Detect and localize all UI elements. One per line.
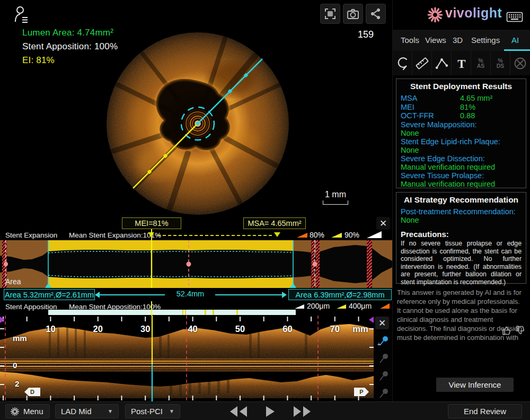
msa-marker-box[interactable]: MSA= 4.65mm² bbox=[243, 217, 306, 229]
expansion-legend-90-label: 90% bbox=[344, 231, 359, 239]
diameter-stenosis-tool[interactable]: %DS bbox=[491, 51, 510, 75]
finding-label: Stent Edge Lipid-rich Plaque: bbox=[401, 137, 522, 146]
view-inference-button[interactable]: View Inference bbox=[436, 378, 514, 392]
bookmark-strip: ✕ + bbox=[374, 316, 392, 401]
expansion-strip-graph[interactable] bbox=[0, 240, 392, 288]
area-stenosis-tool[interactable]: %AS bbox=[471, 51, 491, 75]
distal-reference-measure: Area 5.32mm²,Ø=2.61mm bbox=[4, 289, 95, 300]
camera-icon bbox=[346, 7, 360, 21]
fast-forward-button[interactable] bbox=[290, 405, 314, 418]
svg-text:T: T bbox=[457, 57, 465, 70]
apposition-legend-200-icon bbox=[295, 304, 304, 309]
expansion-legend-90-icon bbox=[331, 233, 342, 238]
finding-value: None bbox=[401, 146, 522, 154]
ai-strategy-box: AI Strategy Recommendation Post-treatmen… bbox=[396, 192, 526, 284]
finding-value: None bbox=[401, 129, 522, 137]
msa-pointer-icon bbox=[274, 232, 280, 237]
tab-tools[interactable]: Tools bbox=[401, 36, 419, 45]
tab-ai[interactable]: AI bbox=[511, 36, 519, 45]
apposition-mark bbox=[182, 310, 183, 315]
fit-screen-button[interactable] bbox=[320, 4, 340, 24]
end-review-button[interactable]: End Review bbox=[448, 404, 522, 418]
angle-icon bbox=[435, 56, 449, 71]
clear-icon bbox=[513, 56, 527, 71]
strategy-title: AI Strategy Recommendation bbox=[401, 195, 522, 205]
apposition-bar[interactable] bbox=[48, 310, 296, 315]
share-button[interactable] bbox=[366, 4, 386, 24]
recommendation-value: None bbox=[401, 216, 522, 225]
metric-oct-ffr: OCT-FFR 0.88 bbox=[401, 111, 522, 120]
area-trace-tool[interactable] bbox=[393, 51, 412, 75]
mei-marker-box[interactable]: MEI=81% bbox=[122, 217, 181, 229]
length-arrow-right-icon bbox=[282, 292, 287, 298]
bookmark-slot-3[interactable] bbox=[375, 386, 391, 401]
bookmark-slot-1[interactable] bbox=[375, 351, 391, 366]
stent-length-label: 52.4mm bbox=[167, 290, 214, 298]
oct-tomogram-image[interactable] bbox=[104, 30, 291, 216]
bottom-bar: Menu LAD Mid ▼ Post-PCI ▼ End Review bbox=[0, 401, 530, 420]
metric-value: 0.88 bbox=[460, 111, 475, 120]
apposition-mark bbox=[213, 310, 214, 315]
right-panel: vivolight Tools Views 3D Settings AI bbox=[392, 0, 530, 401]
metric-msa: MSA 4.65 mm² bbox=[401, 94, 522, 103]
tab-settings[interactable]: Settings bbox=[471, 36, 500, 45]
apposition-mark bbox=[236, 310, 238, 315]
thumbs-down-button[interactable] bbox=[515, 325, 526, 336]
ruler-tool[interactable] bbox=[412, 51, 432, 75]
close-longitudinal-button[interactable]: ✕ bbox=[375, 317, 389, 329]
length-line-right bbox=[215, 294, 285, 295]
rewind-button[interactable] bbox=[227, 405, 250, 418]
metric-value: 4.65 mm² bbox=[460, 94, 492, 103]
ruler-number-30: 30 bbox=[137, 324, 153, 334]
results-title: Stent Deployment Results bbox=[401, 82, 522, 91]
rewind-icon bbox=[227, 405, 250, 418]
text-tool-icon: T bbox=[454, 56, 469, 71]
percent-ds-icon: %DS bbox=[497, 58, 505, 68]
thumbs-up-button[interactable] bbox=[501, 325, 513, 336]
precautions-title: Precautions: bbox=[401, 230, 522, 239]
ruler-icon bbox=[415, 56, 429, 71]
current-frame-line-apposition bbox=[151, 301, 152, 316]
finding-label: Severe Tissue Prolapse: bbox=[401, 171, 522, 180]
patient-info-icon[interactable] bbox=[14, 5, 31, 24]
text-annotation-tool[interactable]: T bbox=[452, 51, 471, 75]
scale-label: 1 mm bbox=[317, 190, 354, 199]
pin-add-icon: + bbox=[377, 335, 390, 347]
tab-3d[interactable]: 3D bbox=[453, 36, 463, 45]
ruler-unit-label: mm bbox=[350, 324, 371, 334]
phase-select[interactable]: Post-PCI ▼ bbox=[125, 404, 180, 418]
brand-name: vivolight bbox=[445, 5, 502, 21]
tab-views[interactable]: Views bbox=[425, 36, 446, 45]
clear-annotations-tool[interactable] bbox=[510, 51, 529, 75]
metric-label: MSA bbox=[401, 94, 417, 102]
expansion-legend-80-label: 80% bbox=[310, 231, 324, 239]
ei-readout: EI: 81% bbox=[22, 55, 55, 66]
bookmark-slot-2[interactable] bbox=[375, 369, 391, 383]
ruler-number-20: 20 bbox=[90, 324, 106, 334]
stent-apposition-panel: Stent Apposition Mean Stent Apposition:1… bbox=[0, 301, 392, 316]
apposition-legend-max-icon bbox=[380, 303, 390, 309]
mean-expansion-label: Mean Stent Expansion:101% bbox=[69, 231, 161, 239]
angle-tool[interactable] bbox=[432, 51, 452, 75]
finding-value: Manual verification required bbox=[401, 163, 522, 171]
svg-text:+: + bbox=[377, 342, 381, 347]
snapshot-button[interactable] bbox=[343, 4, 363, 24]
close-expansion-panel-button[interactable]: ✕ bbox=[376, 217, 390, 230]
vivolight-logo-icon bbox=[427, 6, 444, 23]
oct-cross-section-view: Lumen Area: 4.74mm² Stent Apposition: 10… bbox=[0, 0, 392, 216]
apposition-mark bbox=[205, 310, 206, 315]
chevron-down-icon: ▼ bbox=[108, 408, 113, 414]
oct-review-app: Lumen Area: 4.74mm² Stent Apposition: 10… bbox=[0, 0, 530, 420]
longitudinal-view: 10 20 30 40 50 60 70 mm mm 0 2 D P ✕ + bbox=[0, 316, 392, 401]
pin-icon bbox=[377, 352, 390, 365]
menu-button[interactable]: Menu bbox=[5, 404, 50, 418]
ai-toolbar: T %AS %DS bbox=[393, 51, 530, 75]
scale-bar: 1 mm bbox=[317, 190, 354, 205]
play-button[interactable] bbox=[263, 405, 277, 418]
keyboard-icon[interactable] bbox=[506, 12, 523, 22]
current-frame-line-header bbox=[151, 229, 152, 240]
add-bookmark-button[interactable]: + bbox=[375, 334, 391, 348]
vessel-select[interactable]: LAD Mid ▼ bbox=[55, 404, 119, 418]
expansion-title: Stent Expansion bbox=[5, 231, 57, 239]
vessel-select-value: LAD Mid bbox=[61, 407, 92, 416]
